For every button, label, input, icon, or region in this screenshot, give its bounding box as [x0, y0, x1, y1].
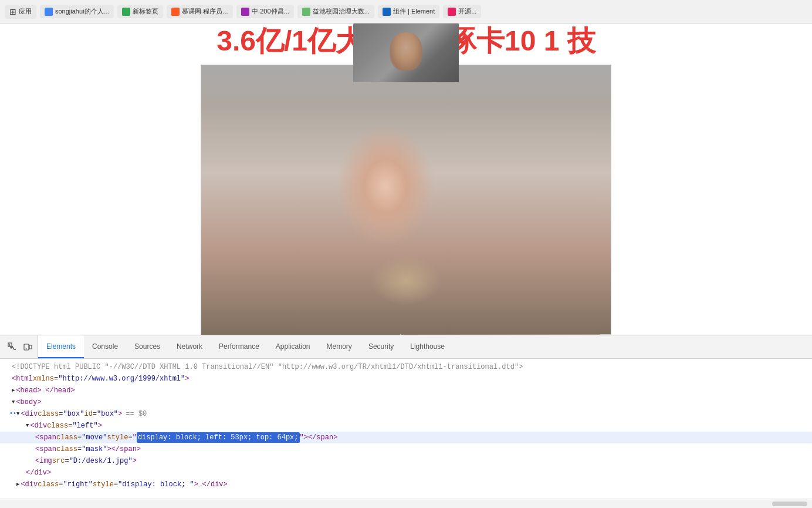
tab-lighthouse[interactable]: Lighthouse	[402, 335, 453, 358]
triangle-down-body: ▼	[12, 397, 15, 408]
svg-rect-2	[29, 345, 32, 349]
triangle-down-left: ▼	[26, 420, 29, 431]
horizontal-scrollbar[interactable]	[772, 502, 807, 506]
code-line-body: ▼ <body>	[0, 396, 812, 408]
tab-application[interactable]: Application	[268, 335, 319, 358]
browser-topbar: ⊞ 应用 songjiahui的个人... 新标签页 慕课网-程序员... 中-…	[0, 0, 812, 23]
code-line-div-right[interactable]: ▶ <div class="right" style="display: blo…	[0, 479, 812, 490]
devtools-content[interactable]: <!DOCTYPE html PUBLIC "-//W3C//DTD XHTML…	[0, 359, 812, 499]
tab-performance[interactable]: Performance	[211, 335, 268, 358]
tab-yichiyuanzhili[interactable]: 益池校园治理大数...	[297, 5, 374, 18]
tab-kaiyuan[interactable]: 开源...	[443, 5, 481, 18]
devtools-panel: Elements Console Sources Network Perform…	[0, 335, 812, 508]
triangle-right-head: ▶	[12, 385, 15, 396]
code-line-head[interactable]: ▶ <head>…</head>	[0, 385, 812, 396]
image-right	[401, 65, 600, 335]
devtools-tabs: Elements Console Sources Network Perform…	[0, 335, 812, 359]
element-selector-icon[interactable]	[7, 342, 18, 352]
code-line-div-left[interactable]: ▼ <div class="left" >	[0, 420, 812, 432]
tab-network[interactable]: Network	[168, 335, 211, 358]
tab-newpage[interactable]: 新标签页	[117, 5, 163, 18]
tab-memory[interactable]: Memory	[319, 335, 360, 358]
tab-security[interactable]: Security	[360, 335, 402, 358]
code-line-span-move[interactable]: <span class="move" style="display: block…	[0, 432, 812, 443]
code-line-div-left-close: </div>	[0, 467, 812, 479]
tab-zhongcheng[interactable]: 中-200仲昌...	[236, 5, 294, 18]
device-emulation-icon[interactable]	[22, 342, 33, 352]
code-line-div-box[interactable]: •• ▼ <div class="box" id="box" > == $0	[0, 408, 812, 420]
code-line-doctype: <!DOCTYPE html PUBLIC "-//W3C//DTD XHTML…	[0, 361, 812, 373]
tab-elements[interactable]: Elements	[38, 335, 84, 358]
code-line-html: <html xmlns="http://www.w3.org/1999/xhtm…	[0, 373, 812, 385]
devtools-tool-icons	[2, 335, 38, 358]
image-container: ✛	[201, 65, 611, 335]
camera-overlay	[353, 23, 459, 82]
highlighted-style: display: block; left: 53px; top: 64px;	[137, 432, 300, 443]
tab-apps[interactable]: ⊞ 应用	[5, 5, 36, 19]
main-content: 3.6亿/1亿大说诶文涿卡10 1 技 ✛	[0, 23, 812, 335]
devtools-bottom-bar	[0, 499, 812, 508]
tab-songjia[interactable]: songjiahui的个人...	[40, 5, 114, 18]
code-line-span-mask: <span class="mask" ></span>	[0, 443, 812, 455]
camera-face	[353, 23, 459, 82]
triangle-right-right: ▶	[16, 479, 19, 490]
code-line-img: <img src="D:/desk/1.jpg" >	[0, 455, 812, 467]
triangle-down-box: ▼	[16, 409, 19, 419]
tab-element[interactable]: 组件 | Element	[378, 5, 439, 18]
tab-sources[interactable]: Sources	[126, 335, 168, 358]
tab-mukecourse[interactable]: 慕课网-程序员...	[167, 5, 233, 18]
tab-console[interactable]: Console	[84, 335, 126, 358]
